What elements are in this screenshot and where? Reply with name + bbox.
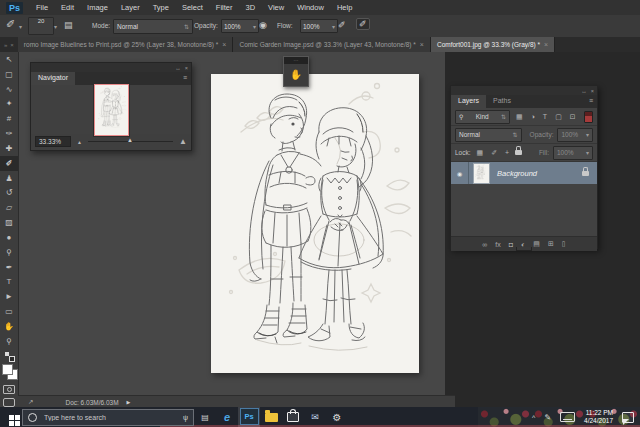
pen-tool[interactable]: ✒ [0,260,18,275]
airbrush-icon[interactable]: ✐ [338,20,346,30]
close-panel-icon[interactable]: × [591,88,594,94]
brush-picker-dropdown-icon[interactable]: ▾ [54,23,57,30]
path-selection-tool[interactable]: ► [0,289,18,304]
layer-fill-control[interactable]: 100% ▾ [553,146,593,160]
menu-item[interactable]: Filter [216,3,233,12]
edge-icon[interactable]: e [216,407,238,427]
navigator-proxy-view[interactable] [94,84,129,136]
quick-mask-icon[interactable] [3,385,15,394]
default-colors-icon[interactable] [5,352,14,360]
close-tab-icon[interactable]: × [420,41,424,48]
layer-blend-mode-select[interactable]: Normal ⇅ [455,128,522,142]
history-brush-tool[interactable]: ↺ [0,185,18,200]
filter-pixel-icon[interactable]: ▦ [516,113,523,121]
file-explorer-icon[interactable] [260,407,282,427]
close-tab-icon[interactable]: × [222,41,226,48]
pressure-opacity-icon[interactable]: ◉ [259,20,267,30]
lock-all-icon[interactable] [515,150,522,155]
panel-resize-grip[interactable] [516,247,532,251]
touch-keyboard-icon[interactable] [560,412,575,422]
filter-adjustment-icon[interactable]: ◑ [531,113,535,120]
filter-shape-icon[interactable]: ▢ [555,113,562,121]
layer-name[interactable]: Background [497,169,537,178]
document-tab[interactable]: romo Image Bluelines to Print.psd @ 25% … [18,37,234,52]
store-icon[interactable] [282,407,304,427]
taskbar-search[interactable]: ψ [22,409,194,426]
close-panel-icon[interactable]: × [185,65,188,71]
filter-smart-object-icon[interactable]: ⊡ [570,113,576,121]
move-tool[interactable]: ↖ [0,52,18,67]
dodge-tool[interactable]: ⚲ [0,245,18,260]
screen-mode-icon[interactable] [3,398,15,407]
new-layer-icon[interactable]: ⊞ [548,240,554,248]
search-input[interactable] [42,413,156,422]
navigator-preview[interactable] [31,85,191,134]
tab-close-icon[interactable]: × [10,42,14,48]
tray-chevron-icon[interactable]: ^ [532,414,535,421]
photoshop-taskbar-button[interactable]: Ps [238,407,260,427]
layer-opacity-control[interactable]: 100% ▾ [557,128,593,142]
collapse-panel-icon[interactable]: ↔ [581,88,587,94]
opacity-control[interactable]: 100% ▾ [221,19,259,33]
shape-tool[interactable]: ▭ [0,304,18,319]
document-tab[interactable]: Comfort001.jpg @ 33.3% (Gray/8) * × [431,37,555,52]
color-swatches[interactable] [2,364,17,379]
crop-tool[interactable]: # [0,111,18,126]
menu-item[interactable]: File [36,3,48,12]
export-icon[interactable]: ↗ [28,398,33,406]
panel-tab[interactable]: Layers [451,95,486,108]
layer-mask-icon[interactable]: ◘ [509,241,513,248]
panel-menu-icon[interactable]: ≡ [179,72,191,85]
tray-pen-icon[interactable]: ✎ [544,413,551,422]
flow-control[interactable]: 100% ▾ [300,19,338,33]
layer-visibility-toggle[interactable]: ◉ [451,162,469,184]
filter-type-icon[interactable]: T [543,113,547,120]
navigator-zoom-field[interactable]: 33.33% [35,136,71,147]
delete-layer-icon[interactable]: ▯ [562,240,566,248]
foreground-color-swatch[interactable] [2,364,13,375]
blend-mode-select[interactable]: Normal ⇅ [113,19,193,34]
tab-navigator[interactable]: Navigator [31,72,75,85]
menu-item[interactable]: View [268,3,284,12]
gradient-tool[interactable]: ▨ [0,215,18,230]
zoom-slider[interactable]: ▲ [88,141,173,142]
start-button[interactable] [0,407,22,427]
healing-brush-tool[interactable]: ✚ [0,141,18,156]
collapse-panel-icon[interactable]: ↔ [175,65,181,71]
action-center-icon[interactable] [622,412,634,423]
status-options-icon[interactable]: ▶ [127,399,131,405]
settings-gear-icon[interactable]: ⚙ [326,407,348,427]
layer-row-background[interactable]: ◉ Background [451,162,597,184]
floating-tool-window[interactable]: ⋯ ✋ [283,56,309,87]
zoom-tool[interactable]: ⚲ [0,334,18,349]
brush-preset-picker[interactable]: 20 [28,17,54,35]
menu-item[interactable]: Window [297,3,324,12]
current-tool-icon[interactable]: ✐ [6,18,15,31]
menu-item[interactable]: Edit [61,3,74,12]
hand-tool[interactable]: ✋ [0,319,18,334]
toggle-brush-panel-icon[interactable]: ▤ [64,20,73,30]
tool-preset-dropdown-icon[interactable]: ▾ [19,23,22,30]
layer-group-icon[interactable]: ▤ [533,240,540,248]
link-layers-icon[interactable]: ∞ [482,241,487,248]
filter-toggle-switch[interactable] [584,111,593,123]
panel-menu-icon[interactable]: ≡ [585,95,597,108]
menu-item[interactable]: 3D [245,3,255,12]
mail-icon[interactable]: ✉ [304,407,326,427]
hand-icon[interactable]: ✋ [284,64,308,85]
lasso-tool[interactable]: ∿ [0,82,18,97]
panel-tab[interactable]: Paths [486,95,518,108]
task-view-button[interactable]: ▤ [194,407,216,427]
zoom-slider-thumb[interactable]: ▲ [127,137,133,143]
close-tab-icon[interactable]: × [544,41,548,48]
marquee-tool[interactable]: ▢ [0,67,18,82]
document-canvas[interactable] [211,74,419,373]
lock-transparency-icon[interactable]: ▦ [477,149,484,157]
document-tab[interactable]: Comic Garden Image.psd @ 33.3% (Layer 43… [233,37,431,52]
menu-item[interactable]: Type [153,3,169,12]
eyedropper-tool[interactable]: ✑ [0,126,18,141]
zoom-in-icon[interactable]: ▲ [179,137,187,146]
filter-kind-select[interactable]: ⚲ Kind ⇅ [455,110,510,124]
lock-position-icon[interactable]: + [505,149,509,156]
menu-item[interactable]: Select [182,3,203,12]
